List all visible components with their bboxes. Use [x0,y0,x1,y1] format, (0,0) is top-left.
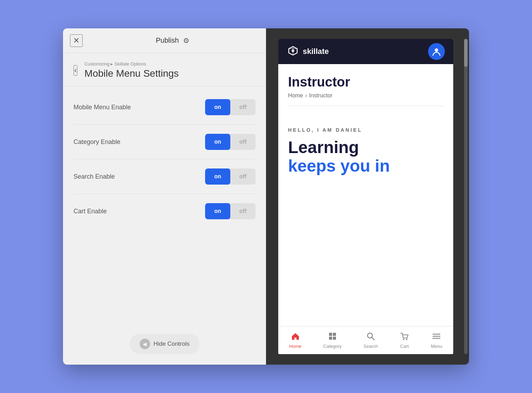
hide-controls-label: Hide Controls [154,340,190,347]
mobile-nav-bar: skillate [278,39,453,64]
main-container: ✕ Publish ⚙ ‹ Customizing ▸ Skillate Opt… [63,28,469,365]
svg-point-10 [406,339,407,340]
right-panel: skillate Instructor Home › Instructor [266,28,469,365]
svg-point-1 [292,49,294,52]
category-off-button[interactable]: off [230,134,255,150]
skillate-logo-icon [287,45,299,58]
mobile-menu-label: Mobile Menu Enable [74,104,131,111]
cart-label: Cart Enable [74,208,107,215]
back-button[interactable]: ‹ [74,65,77,76]
cart-nav-label: Cart [400,344,409,349]
svg-rect-5 [329,337,332,340]
close-button[interactable]: ✕ [70,34,83,47]
hide-arrow-icon: ◀ [140,339,150,349]
category-label: Category Enable [74,138,120,146]
svg-point-2 [435,48,438,52]
search-label: Search Enable [74,173,115,180]
breadcrumb-section: ‹ Customizing ▸ Skillate Options Mobile … [63,53,266,87]
settings-list: Mobile Menu Enable on off Category Enabl… [63,87,266,327]
scrollbar-track[interactable] [464,39,468,354]
cart-on-button[interactable]: on [205,203,230,219]
menu-nav-icon [432,332,441,342]
category-toggle: on off [205,134,255,150]
breadcrumb-path: Customizing ▸ Skillate Options [84,61,178,67]
bottom-nav-search[interactable]: Search [364,332,378,349]
content-divider [288,106,443,106]
breadcrumb-current: Instructor [309,92,332,99]
svg-line-8 [372,337,374,340]
publish-button[interactable]: Publish [156,36,179,44]
hero-line2: keeps you in [288,157,390,175]
scrollbar-thumb[interactable] [464,39,468,67]
search-off-button[interactable]: off [230,168,255,185]
left-panel: ✕ Publish ⚙ ‹ Customizing ▸ Skillate Opt… [63,28,266,365]
category-on-button[interactable]: on [205,134,230,150]
page-title-text: Instructor [288,75,443,90]
gear-icon[interactable]: ⚙ [183,36,189,45]
bottom-nav-category[interactable]: Category [323,332,342,349]
category-nav-icon [328,332,337,342]
setting-row-category: Category Enable on off [74,125,255,159]
hero-line1: Learning [288,138,359,157]
bottom-bar: ◀ Hide Controls [63,327,266,365]
mobile-bottom-nav: Home Category [278,326,453,354]
breadcrumb-arrow-icon: › [305,92,307,99]
mobile-menu-on-button[interactable]: on [205,99,230,115]
mobile-breadcrumb: Home › Instructor [288,92,443,99]
setting-row-cart: Cart Enable on off [74,194,255,228]
home-nav-icon [291,332,300,342]
bottom-nav-cart[interactable]: Cart [400,332,409,349]
hide-controls-button[interactable]: ◀ Hide Controls [130,334,200,354]
cart-toggle: on off [205,203,255,219]
svg-rect-3 [329,333,332,336]
search-nav-icon [366,332,375,342]
home-nav-label: Home [289,344,301,349]
menu-nav-label: Menu [431,344,442,349]
mobile-menu-toggle: on off [205,99,255,115]
svg-point-9 [403,339,404,340]
hello-text: HELLO, I AM DANIEL [288,127,443,133]
hero-text: Learning keeps you in [288,138,443,175]
svg-rect-4 [333,333,336,336]
user-avatar[interactable] [428,43,445,60]
breadcrumb-text: Customizing ▸ Skillate Options Mobile Me… [84,61,178,79]
mobile-menu-off-button[interactable]: off [230,99,255,115]
category-nav-label: Category [323,344,342,349]
search-nav-label: Search [364,344,378,349]
setting-row-search: Search Enable on off [74,159,255,194]
breadcrumb-home: Home [288,92,303,99]
search-toggle: on off [205,168,255,185]
mobile-preview: skillate Instructor Home › Instructor [278,39,453,354]
bottom-nav-home[interactable]: Home [289,332,301,349]
search-on-button[interactable]: on [205,168,230,185]
mobile-content: Instructor Home › Instructor HELLO, I AM… [278,64,453,326]
svg-rect-6 [333,337,336,340]
skillate-brand-text: skillate [303,47,329,56]
skillate-logo: skillate [287,45,329,58]
cart-off-button[interactable]: off [230,203,255,219]
top-bar: ✕ Publish ⚙ [63,28,266,53]
bottom-nav-menu[interactable]: Menu [431,332,442,349]
top-bar-center: Publish ⚙ [86,36,259,45]
breadcrumb-title: Mobile Menu Settings [84,68,178,79]
cart-nav-icon [400,332,409,342]
setting-row-mobile-menu: Mobile Menu Enable on off [74,90,255,125]
